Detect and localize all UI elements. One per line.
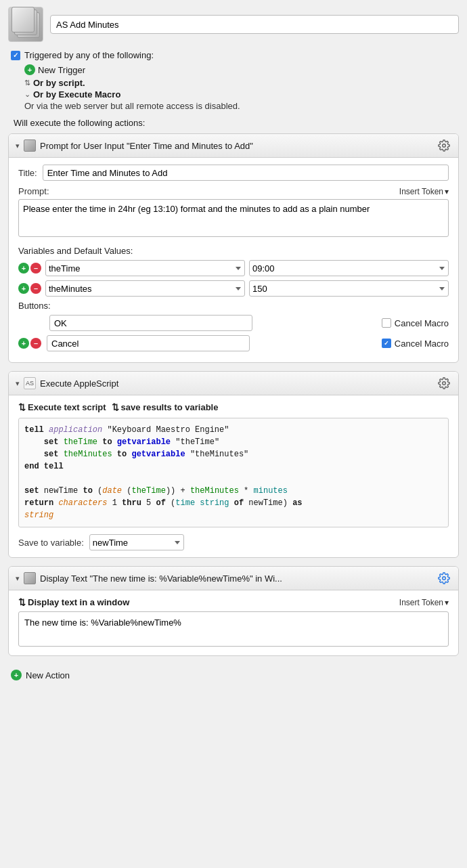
code-line-4: end tell bbox=[24, 460, 443, 473]
script-controls: ⇅ Execute text script ⇅ save results to … bbox=[18, 402, 449, 412]
action1-header: ▾ Prompt for User Input "Enter Time and … bbox=[9, 134, 458, 158]
prompt-header-row: Prompt: Insert Token ▾ bbox=[18, 186, 449, 196]
script-expand-icon[interactable]: ⇅ bbox=[24, 79, 30, 87]
title-input[interactable] bbox=[43, 165, 449, 181]
code-line-6: set newTime to (date (theTime)) + theMin… bbox=[24, 485, 443, 497]
new-trigger-row[interactable]: + New Trigger bbox=[11, 64, 456, 75]
button2-plus[interactable]: + bbox=[18, 338, 29, 349]
button-row-2: + – Cancel Macro bbox=[18, 335, 449, 351]
code-line-3: set theMinutes to getvariable "theMinute… bbox=[24, 448, 443, 460]
action3-collapse[interactable]: ▾ bbox=[16, 574, 20, 583]
or-by-execute-label: Or by Execute Macro bbox=[33, 89, 120, 100]
new-trigger-plus-icon[interactable]: + bbox=[24, 64, 35, 75]
action3-header: ▾ Display Text "The new time is: %Variab… bbox=[9, 567, 458, 590]
button2-cancel-checkbox[interactable] bbox=[382, 339, 391, 348]
svg-point-0 bbox=[443, 144, 446, 148]
var2-name-select[interactable]: theMinutes bbox=[45, 280, 245, 297]
web-server-row: Or via the web server but all remote acc… bbox=[11, 101, 456, 111]
var2-minus[interactable]: – bbox=[30, 283, 41, 294]
button2-input[interactable] bbox=[47, 335, 250, 351]
new-action-label: New Action bbox=[26, 670, 70, 680]
action-block-1: ▾ Prompt for User Input "Enter Time and … bbox=[8, 133, 459, 363]
button1-cancel-label: Cancel Macro bbox=[395, 318, 449, 328]
save-var-select[interactable]: newTime bbox=[89, 534, 184, 550]
buttons-label: Buttons: bbox=[18, 301, 449, 311]
display-controls: ⇅ Display text in a window Insert Token … bbox=[18, 597, 449, 607]
var1-name-select[interactable]: theTime bbox=[45, 260, 245, 276]
svg-point-1 bbox=[443, 382, 446, 385]
button2-controls: + – bbox=[18, 338, 41, 349]
execute-expand-icon[interactable]: ⌄ bbox=[24, 90, 30, 99]
title-field-row: Title: bbox=[18, 165, 449, 181]
action1-body: Title: Prompt: Insert Token ▾ Please ent… bbox=[9, 158, 458, 362]
action3-icon bbox=[24, 572, 36, 584]
action2-gear[interactable] bbox=[437, 376, 451, 391]
var1-controls: + – bbox=[18, 263, 41, 274]
action2-title: Execute AppleScript bbox=[40, 378, 432, 389]
prompt-field-label: Prompt: bbox=[18, 186, 49, 196]
save-results-btn[interactable]: ⇅ save results to variable bbox=[112, 402, 219, 412]
title-field-label: Title: bbox=[18, 168, 37, 178]
triggers-section: Triggered by any of the following: + New… bbox=[8, 50, 459, 128]
action2-icon: AS bbox=[24, 377, 36, 389]
variables-section-label: Variables and Default Values: bbox=[18, 246, 449, 256]
var2-controls: + – bbox=[18, 283, 41, 294]
save-var-label: Save to variable: bbox=[18, 538, 84, 548]
main-container: Triggered by any of the following: + New… bbox=[0, 0, 467, 690]
or-by-execute-row: ⌄ Or by Execute Macro bbox=[11, 89, 456, 100]
button1-cancel-group: Cancel Macro bbox=[382, 318, 449, 328]
button-row-1: Cancel Macro bbox=[18, 315, 449, 331]
app-icon bbox=[8, 7, 43, 42]
var-row-1: + – theTime 09:00 bbox=[18, 260, 449, 276]
action3-gear[interactable] bbox=[437, 571, 451, 586]
macro-name-input[interactable] bbox=[50, 15, 459, 34]
action1-gear[interactable] bbox=[437, 138, 451, 153]
code-line-1: tell application "Keyboard Maestro Engin… bbox=[24, 424, 443, 436]
code-line-5 bbox=[24, 473, 443, 485]
save-var-row: Save to variable: newTime bbox=[18, 534, 449, 550]
new-action-row[interactable]: + New Action bbox=[8, 664, 459, 683]
svg-point-2 bbox=[443, 577, 446, 580]
execute-text-script-btn[interactable]: ⇅ Execute text script bbox=[18, 402, 106, 412]
insert-token-btn-3[interactable]: Insert Token ▾ bbox=[399, 598, 449, 607]
button2-minus[interactable]: – bbox=[30, 338, 41, 349]
var2-value-select[interactable]: 150 bbox=[249, 280, 449, 297]
stack-card-3 bbox=[12, 7, 35, 32]
display-text-window-btn[interactable]: ⇅ Display text in a window bbox=[18, 597, 129, 607]
insert-token-btn-1[interactable]: Insert Token ▾ bbox=[399, 187, 449, 196]
triggered-checkbox[interactable] bbox=[11, 51, 20, 60]
stacked-icon bbox=[9, 7, 43, 42]
var1-minus[interactable]: – bbox=[30, 263, 41, 274]
action2-header: ▾ AS Execute AppleScript bbox=[9, 372, 458, 395]
var1-value-select[interactable]: 09:00 bbox=[249, 260, 449, 276]
or-by-script-label: Or by script. bbox=[33, 78, 85, 88]
button2-cancel-group: Cancel Macro bbox=[382, 339, 449, 349]
buttons-section: Buttons: Cancel Macro + – bbox=[18, 301, 449, 351]
button1-cancel-checkbox[interactable] bbox=[382, 318, 391, 328]
trigger-check-row: Triggered by any of the following: bbox=[11, 50, 456, 60]
var2-plus[interactable]: + bbox=[18, 283, 29, 294]
var-row-2: + – theMinutes 150 bbox=[18, 280, 449, 297]
or-by-script-row: ⇅ Or by script. bbox=[11, 78, 456, 88]
display-textarea[interactable]: The new time is: %Variable%newTime% bbox=[18, 611, 449, 647]
code-line-2: set theTime to getvariable "theTime" bbox=[24, 436, 443, 448]
new-action-plus-icon[interactable]: + bbox=[11, 670, 22, 680]
action1-title: Prompt for User Input "Enter Time and Mi… bbox=[40, 141, 432, 151]
prompt-textarea[interactable]: Please enter the time in 24hr (eg 13:10)… bbox=[18, 199, 449, 237]
action3-body: ⇅ Display text in a window Insert Token … bbox=[9, 590, 458, 655]
button1-input[interactable] bbox=[49, 315, 252, 331]
new-trigger-label: New Trigger bbox=[38, 65, 85, 75]
action2-collapse[interactable]: ▾ bbox=[16, 379, 20, 388]
code-area[interactable]: tell application "Keyboard Maestro Engin… bbox=[18, 418, 449, 527]
action3-title: Display Text "The new time is: %Variable… bbox=[40, 573, 432, 584]
action1-icon bbox=[24, 139, 36, 152]
action-block-3: ▾ Display Text "The new time is: %Variab… bbox=[8, 566, 459, 656]
var1-plus[interactable]: + bbox=[18, 263, 29, 274]
button2-cancel-label: Cancel Macro bbox=[395, 339, 449, 349]
triggered-label: Triggered by any of the following: bbox=[24, 50, 154, 60]
action-block-2: ▾ AS Execute AppleScript ⇅ Execute text … bbox=[8, 371, 459, 558]
action1-collapse[interactable]: ▾ bbox=[16, 142, 20, 150]
action2-body: ⇅ Execute text script ⇅ save results to … bbox=[9, 395, 458, 557]
header bbox=[8, 7, 459, 42]
code-line-8: string bbox=[24, 509, 443, 521]
